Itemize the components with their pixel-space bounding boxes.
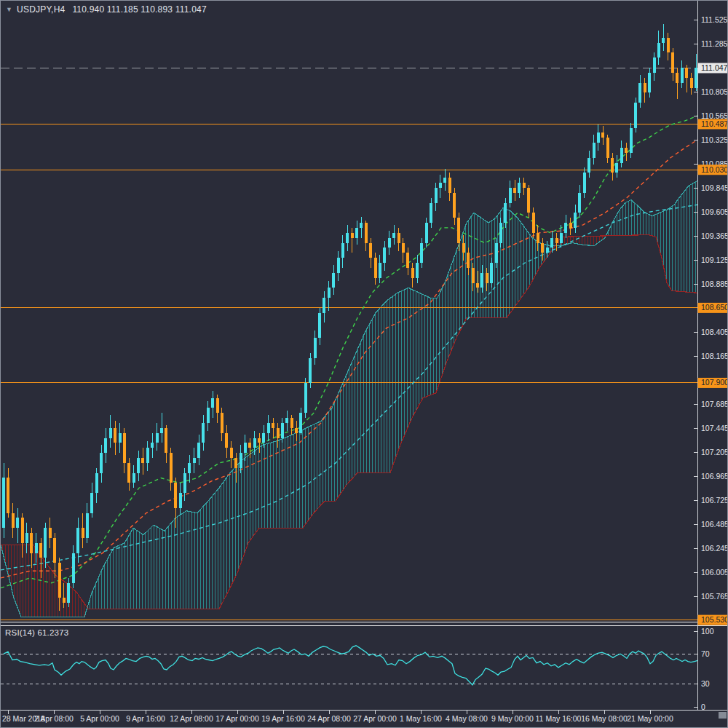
candle-body bbox=[369, 243, 372, 258]
candle-body bbox=[86, 513, 89, 538]
candle-body bbox=[174, 483, 177, 507]
candle-body bbox=[114, 428, 116, 443]
candle-body bbox=[499, 223, 502, 242]
candle-body bbox=[7, 478, 9, 513]
price-tick-label: 106.485 bbox=[701, 520, 727, 529]
candle-body bbox=[523, 183, 526, 188]
candle-body bbox=[420, 243, 423, 263]
candle-body bbox=[490, 263, 493, 282]
candle-body bbox=[504, 203, 507, 223]
time-tick-label: 27 Apr 00:00 bbox=[353, 714, 397, 723]
candle-body bbox=[207, 408, 210, 423]
price-level-label: 107.900 bbox=[701, 378, 727, 387]
price-level-label: 105.530 bbox=[701, 615, 727, 624]
price-tick-label: 109.365 bbox=[701, 232, 727, 240]
candle-body bbox=[518, 183, 521, 193]
candle-body bbox=[63, 598, 66, 603]
candle-body bbox=[323, 298, 325, 313]
chart-title-bar: ▼USDJPY,H4110.940 111.185 110.893 111.04… bbox=[6, 4, 207, 15]
candle-body bbox=[221, 413, 223, 432]
candle-body bbox=[583, 173, 586, 192]
candle-body bbox=[309, 358, 312, 383]
candle-body bbox=[216, 398, 219, 414]
candles-layer bbox=[2, 24, 697, 612]
time-tick-label: 5 Apr 00:00 bbox=[80, 714, 119, 723]
candle-body bbox=[53, 538, 56, 563]
time-axis[interactable]: 28 Mar 20182 Apr 08:005 Apr 00:009 Apr 1… bbox=[2, 711, 727, 723]
candle-body bbox=[16, 518, 19, 528]
candle-body bbox=[638, 83, 641, 103]
time-tick-label: 16 May 08:00 bbox=[581, 714, 628, 723]
candle-body bbox=[72, 553, 75, 583]
candle-body bbox=[277, 428, 280, 438]
candle-body bbox=[160, 428, 163, 433]
candle-body bbox=[587, 158, 590, 173]
candle-body bbox=[453, 193, 456, 218]
candle-body bbox=[104, 438, 107, 454]
candle-body bbox=[272, 423, 274, 428]
candle-body bbox=[67, 583, 70, 603]
price-tick-label: 106.965 bbox=[701, 472, 727, 480]
candle-body bbox=[532, 213, 535, 232]
candle-body bbox=[202, 423, 205, 443]
time-tick-label: 9 Apr 16:00 bbox=[126, 714, 165, 723]
candle-body bbox=[341, 243, 344, 258]
candle-body bbox=[564, 223, 567, 233]
candle-body bbox=[625, 148, 628, 153]
ohlc-values: 110.940 111.185 110.893 111.047 bbox=[72, 4, 206, 15]
candle-body bbox=[12, 513, 15, 529]
price-tick-label: 108.885 bbox=[701, 280, 727, 288]
candle-body bbox=[346, 233, 349, 243]
pane-separator[interactable] bbox=[1, 622, 727, 626]
candle-body bbox=[467, 253, 470, 268]
candle-body bbox=[337, 258, 340, 273]
candle-body bbox=[676, 73, 678, 83]
candle-body bbox=[355, 228, 358, 238]
candle-body bbox=[123, 433, 126, 463]
candle-body bbox=[267, 423, 270, 433]
candle-body bbox=[402, 243, 405, 253]
candle-body bbox=[435, 188, 438, 203]
chart-canvas[interactable]: 111.525111.285110.805110.565110.325110.0… bbox=[1, 1, 727, 727]
candle-body bbox=[597, 132, 600, 143]
candle-body bbox=[156, 433, 159, 443]
price-axis[interactable]: 111.525111.285110.805110.565110.325110.0… bbox=[694, 15, 727, 625]
candle-body bbox=[601, 132, 604, 138]
price-tick-label: 110.805 bbox=[701, 87, 727, 96]
time-tick-label: 9 May 00:00 bbox=[491, 714, 534, 723]
candle-body bbox=[397, 233, 400, 243]
candle-body bbox=[332, 273, 335, 288]
candle-body bbox=[365, 223, 368, 242]
candle-body bbox=[406, 253, 409, 268]
rsi-axis: 10070300 bbox=[694, 627, 714, 711]
candle-body bbox=[351, 233, 354, 238]
candle-body bbox=[462, 243, 465, 253]
price-tick-label: 109.125 bbox=[701, 256, 727, 264]
ma-lines bbox=[1, 116, 697, 588]
candle-body bbox=[550, 238, 553, 248]
rsi-pane bbox=[1, 646, 697, 685]
ma-line-mid bbox=[1, 140, 697, 578]
price-tick-label: 106.005 bbox=[701, 568, 727, 577]
price-tick-label: 110.325 bbox=[701, 135, 727, 144]
candle-body bbox=[593, 143, 596, 158]
candle-body bbox=[127, 463, 130, 483]
time-tick-label: 4 May 08:00 bbox=[446, 714, 488, 723]
candle-body bbox=[285, 418, 288, 423]
time-tick-label: 12 Apr 08:00 bbox=[170, 714, 213, 723]
candle-body bbox=[509, 188, 512, 203]
price-level-label: 108.650 bbox=[701, 303, 727, 312]
candle-body bbox=[165, 428, 167, 453]
time-axis-scroll-marker[interactable] bbox=[719, 712, 727, 719]
price-tick-label: 107.685 bbox=[701, 400, 727, 408]
price-level-label: 110.487 bbox=[701, 119, 727, 128]
candle-body bbox=[425, 223, 428, 242]
candle-body bbox=[90, 493, 93, 513]
candle-body bbox=[170, 453, 173, 483]
price-tick-label: 108.405 bbox=[701, 328, 727, 336]
candle-body bbox=[95, 473, 98, 493]
candle-body bbox=[560, 233, 563, 243]
candle-body bbox=[439, 183, 442, 188]
time-tick-label: 24 Apr 08:00 bbox=[307, 714, 351, 723]
candle-body bbox=[82, 528, 84, 538]
